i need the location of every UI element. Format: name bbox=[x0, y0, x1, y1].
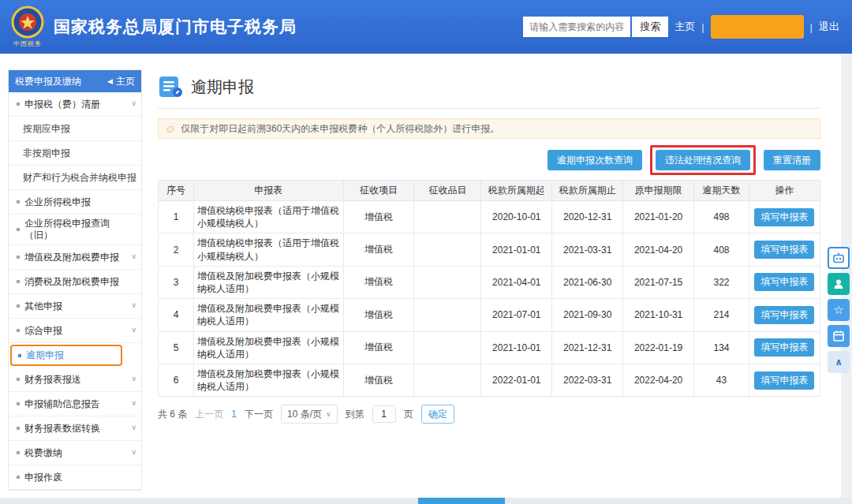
sidebar-item-label: 综合申报 bbox=[24, 325, 128, 337]
bullet-icon bbox=[17, 200, 20, 203]
sidebar-home-link[interactable]: ◀ 主页 bbox=[107, 75, 135, 88]
cell-deadline: 2021-07-15 bbox=[623, 266, 694, 298]
sidebar-item-vat-surcharge-declare[interactable]: 增值税及附加税费申报 ∨ bbox=[9, 245, 141, 270]
calendar-icon[interactable] bbox=[828, 325, 850, 347]
cell-days: 43 bbox=[694, 364, 749, 396]
sidebar-item-label: 税费缴纳 bbox=[24, 447, 128, 459]
cell-form: 增值税及附加税费申报表（小规模纳税人适用） bbox=[193, 331, 343, 364]
fill-declare-form-button[interactable]: 填写申报表 bbox=[754, 306, 814, 324]
cell-start: 2021-10-01 bbox=[481, 331, 552, 364]
cell-days: 408 bbox=[694, 233, 749, 266]
emblem-icon bbox=[11, 6, 44, 39]
horizontal-scroll-thumb[interactable] bbox=[418, 498, 505, 504]
home-link[interactable]: 主页 bbox=[674, 20, 695, 34]
goto-confirm-button[interactable]: 确定 bbox=[421, 405, 454, 424]
cell-form: 增值税及附加税费申报表（小规模纳税人适用） bbox=[193, 364, 343, 396]
cell-days: 322 bbox=[694, 266, 749, 298]
violation-query-button[interactable]: 违法处理情况查询 bbox=[656, 150, 750, 170]
horizontal-scroll-track[interactable] bbox=[0, 498, 852, 504]
sidebar-item-other-declare[interactable]: 其他申报 ∨ bbox=[9, 294, 141, 319]
sidebar-item-corp-income-tax[interactable]: 企业所得税申报 bbox=[9, 190, 141, 215]
overdue-declare-table: 序号 申报表 征收项目 征收品目 税款所属期起 税款所属期止 原申报期限 逾期天… bbox=[158, 180, 820, 397]
prev-page-button[interactable]: 上一页 bbox=[195, 408, 223, 421]
sidebar-item-nonperiodic-declare[interactable]: 非按期申报 bbox=[9, 141, 141, 166]
back-arrow-icon: ◀ bbox=[107, 77, 113, 85]
search-input[interactable] bbox=[523, 17, 630, 37]
sidebar-title: 税费申报及缴纳 bbox=[15, 75, 81, 88]
sidebar-item-corp-income-tax-query-old[interactable]: 企业所得税申报查询（旧） bbox=[9, 215, 141, 245]
table-row: 6 增值税及附加税费申报表（小规模纳税人适用） 增值税 2022-01-01 2… bbox=[159, 364, 820, 396]
cell-project: 增值税 bbox=[343, 201, 414, 233]
cell-item bbox=[414, 299, 481, 331]
bullet-icon bbox=[18, 354, 21, 357]
cell-end: 2022-03-31 bbox=[552, 364, 623, 396]
customer-service-icon[interactable] bbox=[828, 273, 850, 295]
sidebar-item-declare-list[interactable]: 申报税（费）清册 ∨ bbox=[9, 92, 141, 117]
goto-suffix: 页 bbox=[404, 408, 413, 421]
col-no: 序号 bbox=[159, 181, 194, 201]
col-days: 逾期天数 bbox=[694, 181, 749, 201]
logout-link[interactable]: 退出 bbox=[819, 20, 839, 34]
search-button[interactable]: 搜索 bbox=[632, 17, 668, 37]
smart-service-icon[interactable] bbox=[828, 247, 850, 269]
sidebar-item-declare-aux-info[interactable]: 申报辅助信息报告 ∨ bbox=[9, 392, 141, 416]
fill-declare-form-button[interactable]: 填写申报表 bbox=[754, 241, 814, 259]
fill-declare-form-button[interactable]: 填写申报表 bbox=[754, 208, 814, 226]
sidebar-item-label: 消费税及附加税费申报 bbox=[24, 276, 136, 288]
cell-form: 增值税纳税申报表（适用于增值税小规模纳税人） bbox=[193, 233, 343, 266]
sidebar-item-financial-data-convert[interactable]: 财务报表数据转换 ∨ bbox=[9, 416, 141, 441]
fill-declare-form-button[interactable]: 填写申报表 bbox=[754, 371, 814, 390]
main-content: 逾期申报 ☺ 仅限于对即日起前溯360天内的未申报税费种（个人所得税除外）进行申… bbox=[158, 75, 820, 424]
cell-end: 2020-12-31 bbox=[552, 201, 623, 233]
col-action: 操作 bbox=[749, 181, 820, 201]
overdue-count-query-button[interactable]: 逾期申报次数查询 bbox=[547, 150, 642, 170]
next-page-button[interactable]: 下一页 bbox=[245, 408, 273, 421]
chevron-down-icon: ∨ bbox=[128, 252, 136, 261]
sidebar-item-label: 增值税及附加税费申报 bbox=[24, 252, 128, 263]
cell-form: 增值税及附加税费申报表（小规模纳税人适用） bbox=[193, 299, 343, 331]
float-toolbar: ☆ ∧ bbox=[828, 247, 850, 373]
sidebar-item-periodic-declare[interactable]: 按期应申报 bbox=[9, 117, 141, 141]
bullet-icon bbox=[17, 103, 20, 106]
goto-page-input[interactable] bbox=[372, 405, 396, 423]
reset-list-button[interactable]: 重置清册 bbox=[764, 150, 820, 170]
cell-no: 6 bbox=[159, 364, 194, 396]
notice-text: 仅限于对即日起前溯360天内的未申报税费种（个人所得税除外）进行申报。 bbox=[181, 122, 499, 136]
bullet-icon bbox=[17, 402, 20, 405]
bullet-icon bbox=[17, 228, 20, 231]
cell-no: 4 bbox=[159, 299, 194, 331]
sidebar-item-tax-payment[interactable]: 税费缴纳 ∨ bbox=[9, 441, 141, 465]
sidebar-item-label: 财务报表数据转换 bbox=[24, 423, 128, 435]
page-size-select[interactable]: 10 条/页 ∨ bbox=[281, 405, 338, 424]
sidebar-item-label: 财务报表报送 bbox=[24, 374, 128, 386]
cell-end: 2021-12-31 bbox=[552, 331, 623, 364]
page-number-1[interactable]: 1 bbox=[231, 409, 237, 420]
sidebar-home-label: 主页 bbox=[116, 75, 135, 88]
favorite-star-icon[interactable]: ☆ bbox=[828, 299, 850, 321]
chevron-down-icon: ∨ bbox=[128, 326, 136, 334]
cell-end: 2021-06-30 bbox=[552, 266, 623, 298]
cell-start: 2021-07-01 bbox=[481, 299, 552, 331]
chevron-down-icon: ∨ bbox=[128, 448, 136, 457]
sidebar-item-label: 财产和行为税合并纳税申报 bbox=[23, 172, 136, 184]
chevron-down-icon: ∨ bbox=[128, 99, 136, 108]
sidebar-item-overdue-declare[interactable]: 逾期申报 bbox=[10, 345, 122, 366]
collapse-up-icon[interactable]: ∧ bbox=[828, 351, 850, 373]
cell-end: 2021-03-31 bbox=[552, 233, 623, 266]
star-glyph: ☆ bbox=[833, 303, 843, 317]
fill-declare-form-button[interactable]: 填写申报表 bbox=[754, 273, 814, 291]
sidebar-item-consumption-tax-declare[interactable]: 消费税及附加税费申报 bbox=[9, 270, 141, 294]
table-row: 4 增值税及附加税费申报表（小规模纳税人适用） 增值税 2021-07-01 2… bbox=[159, 299, 820, 331]
sidebar-item-property-behavior-tax[interactable]: 财产和行为税合并纳税申报 bbox=[9, 166, 141, 190]
chevron-down-icon: ∨ bbox=[128, 375, 136, 383]
smiley-icon: ☺ bbox=[165, 122, 176, 135]
cell-deadline: 2022-01-19 bbox=[623, 331, 694, 364]
fill-declare-form-button[interactable]: 填写申报表 bbox=[754, 338, 814, 357]
sidebar-item-financial-report-submit[interactable]: 财务报表报送 ∨ bbox=[9, 368, 141, 392]
sidebar-item-declare-void[interactable]: 申报作废 bbox=[9, 465, 141, 490]
pagination-total: 共 6 条 bbox=[158, 408, 187, 421]
sidebar-item-comprehensive-declare[interactable]: 综合申报 ∨ bbox=[9, 319, 141, 343]
col-deadline: 原申报期限 bbox=[623, 181, 694, 201]
cell-no: 2 bbox=[159, 233, 194, 266]
cell-project: 增值税 bbox=[343, 331, 414, 364]
